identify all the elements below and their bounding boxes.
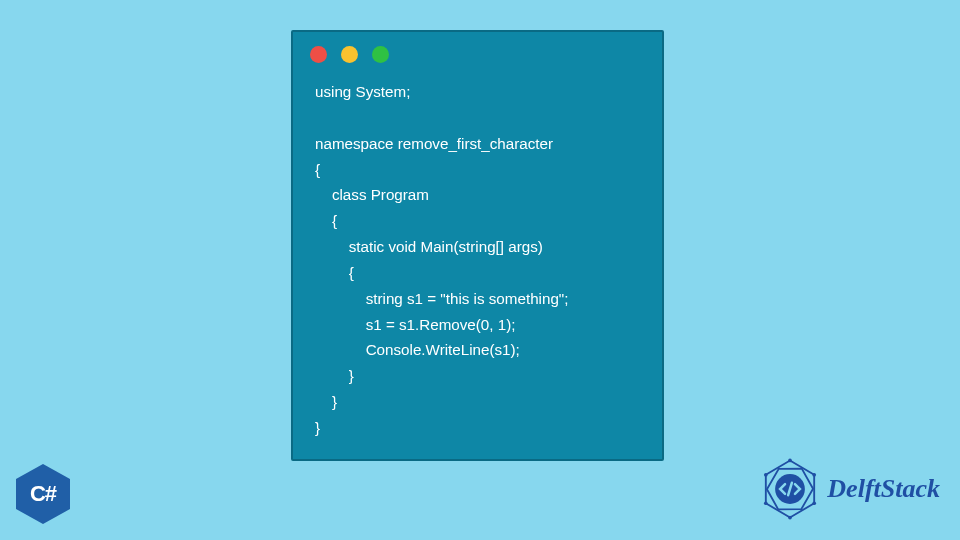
code-badge-icon [759,458,821,520]
svg-point-6 [813,501,817,505]
window-traffic-lights [310,46,646,63]
svg-point-5 [813,473,817,477]
close-icon [310,46,327,63]
hexagon-icon: C# [16,464,70,524]
csharp-label: C# [30,481,56,507]
delftstack-label: DelftStack [827,474,940,504]
minimize-icon [341,46,358,63]
maximize-icon [372,46,389,63]
code-block: using System; namespace remove_first_cha… [315,79,646,441]
svg-point-8 [764,501,768,505]
svg-point-4 [788,459,792,463]
svg-point-9 [764,473,768,477]
code-window: using System; namespace remove_first_cha… [291,30,664,461]
svg-point-7 [788,516,792,520]
csharp-logo: C# [16,464,70,524]
delftstack-logo: DelftStack [759,458,940,520]
